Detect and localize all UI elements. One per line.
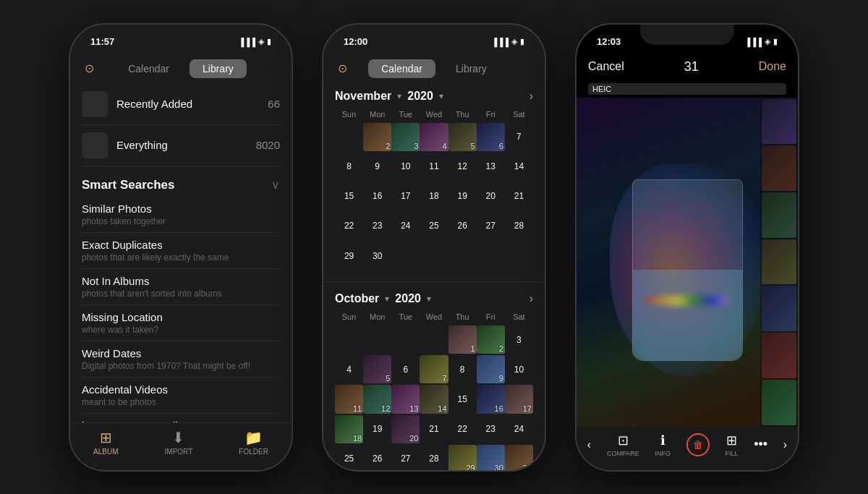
phone-1-screen: 11:57 ▐▐▐ ◈ ▮ ⊙ Calendar Library Recentl… [70, 25, 292, 470]
strip-thumb-6[interactable] [762, 333, 796, 378]
smart-item-screen-recordings[interactable]: iOS Screen Recordings often started from… [82, 414, 280, 422]
cal-cell-nov-3[interactable]: 3 [391, 123, 420, 151]
smart-item-missing-location[interactable]: Missing Location where was it taken? [82, 305, 280, 341]
strip-thumb-2[interactable] [762, 145, 796, 191]
smart-item-similar[interactable]: Similar Photos photos taken together [82, 197, 280, 233]
toolbar-info[interactable]: ℹ INFO [655, 433, 671, 457]
november-year-dropdown[interactable]: ▾ [439, 91, 443, 101]
side-strip [760, 98, 798, 427]
phone-2-screen: 12:00 ▐▐▐ ◈ ▮ ⊙ Calendar Library [323, 25, 545, 470]
main-photo-area[interactable] [576, 98, 798, 427]
cal-cell-nov-5[interactable]: 5 [448, 123, 477, 151]
toolbar-prev[interactable]: ‹ [587, 438, 591, 451]
settings-icon[interactable]: ⊙ [85, 61, 94, 75]
strip-thumb-5[interactable] [762, 286, 796, 331]
cal-cell-nov-4[interactable]: 4 [420, 123, 448, 151]
accidental-videos-label: Accidental Videos [82, 383, 280, 396]
tab-bar-album[interactable]: ⊞ ALBUM [93, 429, 118, 456]
list-item-everything[interactable]: Everything 8020 [82, 125, 280, 166]
smart-item-accidental-videos[interactable]: Accidental Videos meant to be photos [82, 378, 280, 414]
tab-calendar-2[interactable]: Calendar [368, 59, 435, 78]
wifi-icon-2: ◈ [511, 37, 517, 46]
cal-cell-oct-1[interactable]: 1 [448, 325, 477, 354]
tab-bar-folder[interactable]: 📁 FOLDER [239, 429, 268, 456]
photo-nav-bar: Cancel 31 Done [576, 54, 798, 80]
nov-week-2: 8 9 10 11 12 13 14 [335, 153, 533, 181]
cal-cell-nov-8[interactable]: 8 [335, 153, 363, 181]
cal-cell-oct-2[interactable]: 2 [477, 325, 505, 354]
time-1: 11:57 [90, 36, 114, 47]
november-month-year: November ▾ 2020 ▾ [335, 90, 443, 103]
october-month-year: October ▾ 2020 ▾ [335, 292, 431, 305]
cal-cell-nov-2[interactable]: 2 [363, 123, 391, 151]
smart-item-weird-dates[interactable]: Weird Dates Digital photos from 1970? Th… [82, 341, 280, 378]
oct-week-2: 4 5 6 7 8 [335, 355, 533, 383]
cal-divider [323, 281, 545, 282]
battery-icon: ▮ [267, 37, 271, 46]
toolbar-next[interactable]: › [783, 438, 787, 451]
everything-thumb [82, 132, 108, 158]
toolbar-fill[interactable]: ⊞ FILL [725, 433, 738, 457]
october-month-dropdown[interactable]: ▾ [385, 294, 389, 304]
smart-item-duplicates[interactable]: Exact Duplicates photos that are likely … [82, 233, 280, 269]
strip-thumb-1[interactable] [762, 99, 796, 145]
strip-thumb-3[interactable] [762, 192, 796, 238]
strip-thumb-4[interactable] [762, 239, 796, 285]
recently-added-label: Recently Added [116, 98, 268, 110]
exact-duplicates-label: Exact Duplicates [82, 239, 280, 251]
folder-tab-label: FOLDER [239, 448, 268, 456]
more-icon: ••• [754, 437, 767, 452]
toolbar-delete[interactable]: 🗑 [686, 433, 710, 456]
status-bar-1: 11:57 ▐▐▐ ◈ ▮ [70, 25, 292, 54]
october-month: October [335, 292, 379, 305]
phone-3-screen: 12:03 ▐▐▐ ◈ ▮ Cancel 31 Done HEIC [576, 25, 798, 470]
smart-item-not-in-albums[interactable]: Not In Albums photos that aren't sorted … [82, 269, 280, 305]
tab-bar-import[interactable]: ⬇ IMPORT [165, 429, 193, 456]
info-icon: ℹ [660, 433, 665, 448]
october-nav-icon[interactable]: › [529, 292, 533, 305]
tab-library-2[interactable]: Library [443, 59, 500, 78]
time-3: 12:03 [597, 36, 621, 47]
album-tab-label: ALBUM [93, 448, 118, 456]
heic-badge: HEIC [588, 83, 786, 95]
oct-week-4: 18 19 20 21 22 23 24 [335, 415, 533, 443]
cal-cell-nov-7[interactable]: 7 [505, 123, 533, 151]
cal-cell-nov-6[interactable]: 6 [477, 123, 505, 151]
calendar-scroll[interactable]: November ▾ 2020 ▾ › Sun Mon Tue Wed [323, 84, 545, 470]
list-item-recently-added[interactable]: Recently Added 66 [82, 84, 280, 125]
strip-thumb-7[interactable] [762, 380, 796, 425]
tab-calendar-1[interactable]: Calendar [115, 59, 182, 78]
nov-week-1: 2 3 4 5 [335, 123, 533, 151]
november-days-header: Sun Mon Tue Wed Thu Fri Sat [335, 108, 533, 120]
settings-icon-2[interactable]: ⊙ [338, 61, 347, 75]
cal-cell-oct-9[interactable]: 9 [477, 355, 505, 383]
battery-icon-2: ▮ [520, 37, 524, 46]
not-in-albums-sub: photos that aren't sorted into albums [82, 289, 280, 299]
status-icons-1: ▐▐▐ ◈ ▮ [239, 37, 271, 46]
cancel-button[interactable]: Cancel [588, 60, 624, 73]
photo-toolbar: ‹ ⊡ COMPARE ℹ INFO 🗑 ⊞ FILL • [576, 427, 798, 470]
oct-week-5: 25 26 27 28 29 30 [335, 445, 533, 470]
november-nav-icon[interactable]: › [529, 90, 533, 103]
import-tab-label: IMPORT [165, 448, 193, 456]
info-label: INFO [655, 450, 671, 457]
cal-cell-oct-7[interactable]: 7 [420, 355, 448, 383]
nav-tabs-2: ⊙ Calendar Library [323, 54, 545, 84]
smart-searches-header[interactable]: Smart Searches ∨ [82, 166, 280, 197]
compare-label: COMPARE [607, 450, 639, 457]
tab-library-1[interactable]: Library [190, 59, 247, 78]
done-button[interactable]: Done [759, 60, 786, 73]
toolbar-compare[interactable]: ⊡ COMPARE [607, 433, 639, 457]
oct-week-1: 1 2 3 [335, 325, 533, 354]
toolbar-more[interactable]: ••• [754, 437, 767, 452]
signal-icon-2: ▐▐▐ [492, 38, 509, 46]
not-in-albums-label: Not In Albums [82, 275, 280, 287]
cal-cell-oct-5[interactable]: 5 [363, 355, 391, 383]
library-list: Recently Added 66 Everything 8020 Smart … [70, 84, 292, 422]
exact-duplicates-sub: photos that are likely exactly the same [82, 252, 280, 263]
weird-dates-sub: Digital photos from 1970? That might be … [82, 361, 280, 371]
signal-icon-3: ▐▐▐ [745, 38, 762, 46]
november-month-dropdown[interactable]: ▾ [397, 91, 401, 101]
weird-dates-label: Weird Dates [82, 347, 280, 359]
october-year-dropdown[interactable]: ▾ [427, 294, 431, 304]
